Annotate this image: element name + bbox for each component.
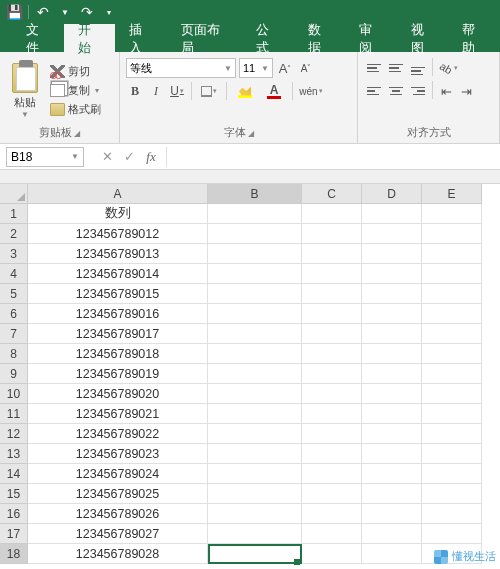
undo-dropdown-icon[interactable]: ▼	[57, 4, 73, 20]
paste-dropdown-icon[interactable]: ▼	[21, 110, 29, 119]
cell[interactable]: 123456789012	[28, 224, 208, 244]
cell[interactable]: 123456789013	[28, 244, 208, 264]
cell[interactable]	[362, 204, 422, 224]
row-header[interactable]: 2	[0, 224, 28, 244]
tab-formulas[interactable]: 公式	[242, 24, 294, 52]
cell[interactable]	[362, 484, 422, 504]
cell[interactable]: 123456789021	[28, 404, 208, 424]
cell[interactable]	[208, 404, 302, 424]
cell[interactable]	[302, 424, 362, 444]
column-header-e[interactable]: E	[422, 184, 482, 204]
bold-button[interactable]: B	[126, 81, 144, 101]
tab-home[interactable]: 开始	[64, 24, 116, 52]
cell[interactable]	[422, 444, 482, 464]
cell[interactable]	[208, 524, 302, 544]
cell[interactable]	[302, 364, 362, 384]
cell[interactable]	[302, 244, 362, 264]
format-painter-button[interactable]: 格式刷	[48, 101, 103, 118]
increase-indent-button[interactable]: ⇥	[457, 81, 475, 101]
cell[interactable]	[302, 324, 362, 344]
cell[interactable]	[362, 364, 422, 384]
cell[interactable]: 123456789022	[28, 424, 208, 444]
orientation-button[interactable]: ab▾	[437, 58, 461, 78]
cell[interactable]	[302, 404, 362, 424]
cell[interactable]	[422, 464, 482, 484]
fill-color-button[interactable]	[232, 81, 258, 101]
increase-font-button[interactable]: A˄	[276, 58, 294, 78]
font-size-combo[interactable]: 11▼	[239, 58, 273, 78]
redo-icon[interactable]: ↷	[79, 4, 95, 20]
cell[interactable]	[302, 304, 362, 324]
cell[interactable]	[422, 344, 482, 364]
cell[interactable]: 123456789024	[28, 464, 208, 484]
cell[interactable]	[422, 264, 482, 284]
row-header[interactable]: 15	[0, 484, 28, 504]
formula-bar[interactable]	[166, 147, 500, 167]
cell[interactable]	[362, 284, 422, 304]
cell[interactable]	[208, 244, 302, 264]
cell[interactable]	[422, 484, 482, 504]
copy-button[interactable]: 复制▾	[48, 82, 103, 99]
cell[interactable]	[362, 524, 422, 544]
borders-button[interactable]: ▾	[197, 81, 221, 101]
cell[interactable]	[362, 244, 422, 264]
spreadsheet-grid[interactable]: 123456789101112131415161718 A B C D E 数列…	[0, 184, 500, 568]
cell[interactable]	[362, 324, 422, 344]
cell[interactable]	[302, 384, 362, 404]
row-header[interactable]: 6	[0, 304, 28, 324]
row-header[interactable]: 18	[0, 544, 28, 564]
cell[interactable]: 123456789020	[28, 384, 208, 404]
dialog-launcher-icon[interactable]: ◢	[248, 129, 254, 138]
decrease-font-button[interactable]: A˅	[297, 58, 315, 78]
row-header[interactable]: 9	[0, 364, 28, 384]
cell[interactable]	[208, 204, 302, 224]
tab-help[interactable]: 帮助	[448, 24, 500, 52]
save-icon[interactable]: 💾	[6, 4, 22, 20]
font-name-combo[interactable]: 等线▼	[126, 58, 236, 78]
cell[interactable]	[208, 464, 302, 484]
cell[interactable]	[362, 504, 422, 524]
cell[interactable]	[362, 384, 422, 404]
cell[interactable]: 123456789017	[28, 324, 208, 344]
cell[interactable]	[422, 204, 482, 224]
align-right-button[interactable]	[408, 81, 428, 101]
row-header[interactable]: 16	[0, 504, 28, 524]
cell[interactable]	[422, 304, 482, 324]
cell[interactable]	[362, 544, 422, 564]
cell[interactable]	[302, 464, 362, 484]
underline-button[interactable]: U▾	[168, 81, 186, 101]
cell[interactable]: 123456789027	[28, 524, 208, 544]
cell[interactable]: 123456789025	[28, 484, 208, 504]
tab-view[interactable]: 视图	[397, 24, 449, 52]
align-middle-button[interactable]	[386, 58, 406, 78]
cell[interactable]	[208, 484, 302, 504]
row-header[interactable]: 3	[0, 244, 28, 264]
cell[interactable]	[208, 384, 302, 404]
align-bottom-button[interactable]	[408, 58, 428, 78]
cell[interactable]: 123456789016	[28, 304, 208, 324]
fill-handle[interactable]	[294, 559, 300, 565]
cell[interactable]	[422, 384, 482, 404]
column-header-d[interactable]: D	[362, 184, 422, 204]
column-header-b[interactable]: B	[208, 184, 302, 204]
undo-icon[interactable]: ↶	[35, 4, 51, 20]
cell[interactable]	[208, 264, 302, 284]
cell[interactable]	[302, 544, 362, 564]
cell[interactable]	[302, 264, 362, 284]
cell[interactable]	[302, 284, 362, 304]
row-header[interactable]: 11	[0, 404, 28, 424]
cell[interactable]	[208, 544, 302, 564]
cell[interactable]	[362, 264, 422, 284]
cell[interactable]	[362, 424, 422, 444]
cell[interactable]	[302, 524, 362, 544]
cell[interactable]	[208, 344, 302, 364]
cell[interactable]	[208, 304, 302, 324]
cell[interactable]	[302, 224, 362, 244]
cell[interactable]	[362, 404, 422, 424]
tab-page-layout[interactable]: 页面布局	[167, 24, 242, 52]
select-all-corner[interactable]	[0, 184, 28, 204]
cell[interactable]	[422, 364, 482, 384]
tab-review[interactable]: 审阅	[345, 24, 397, 52]
cell[interactable]	[422, 224, 482, 244]
row-header[interactable]: 14	[0, 464, 28, 484]
